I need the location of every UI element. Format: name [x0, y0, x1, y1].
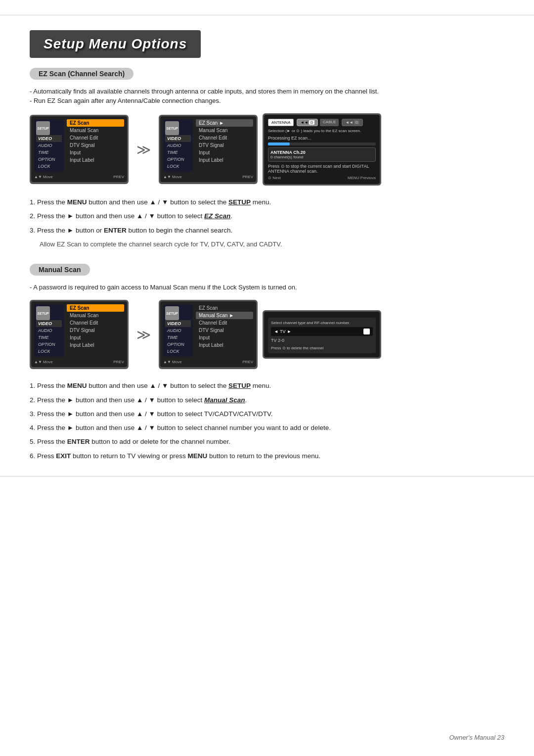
- manual-step-5: 5. Press the ENTER button to add or dele…: [30, 437, 504, 447]
- scan-progress-bar: [268, 142, 376, 145]
- ez-scan-screen-3: ANTENNA ◄◄⊙ CABLE ◄◄⊙ Selection (► or ⊙ …: [263, 113, 381, 186]
- sidebar-m1: SETUP VIDEO AUDIO TIME OPTION LOCK: [34, 304, 64, 357]
- ez-scan-screen-2: SETUP VIDEO AUDIO TIME OPTION LOCK EZ Sc…: [159, 115, 258, 184]
- manual-step-2: 2. Press the ► button and then use ▲ / ▼…: [30, 395, 504, 405]
- antenna-ch: ANTENNA Ch.20: [270, 150, 373, 155]
- channel-number: 2: [363, 329, 370, 334]
- tv2-label: TV 2-0: [271, 338, 373, 343]
- ez-scan-screen-1: SETUP VIDEO AUDIO TIME OPTION LOCK EZ Sc…: [30, 115, 129, 184]
- processing-text: Processing EZ scan...: [268, 136, 376, 141]
- page-bottom-divider: [0, 476, 534, 476]
- manual-scan-label: Manual Scan: [30, 264, 90, 276]
- ez-scan-label: EZ Scan (Channel Search): [30, 68, 134, 80]
- ez-scan-bullets: - Automatically finds all available chan…: [30, 88, 504, 104]
- tv-logo-2: SETUP: [165, 121, 179, 135]
- ez-step-2: 2. Press the ► button and then use ▲ / ▼…: [30, 211, 504, 221]
- manual-step-6: 6. Press EXIT button to return to TV vie…: [30, 451, 504, 461]
- arrow-1: ≫: [136, 142, 151, 158]
- tv-logo-m2: SETUP: [165, 306, 179, 320]
- scan-footer: ⊙ Next MENU Previous: [268, 176, 376, 180]
- menu-items-2: EZ Scan ► Manual Scan Channel Edit DTV S…: [196, 119, 253, 172]
- ez-sub-note: Allow EZ Scan to complete the channel se…: [40, 239, 504, 249]
- manual-scan-screen-2: SETUP VIDEO AUDIO TIME OPTION LOCK EZ Sc…: [159, 300, 258, 369]
- manual-scan-screen-1: SETUP VIDEO AUDIO TIME OPTION LOCK EZ Sc…: [30, 300, 129, 369]
- menu-items-m1: EZ Scan Manual Scan Channel Edit DTV Sig…: [67, 304, 124, 357]
- sidebar-m2: SETUP VIDEO AUDIO TIME OPTION LOCK: [163, 304, 193, 357]
- tv-logo-1: SETUP: [36, 121, 50, 135]
- page-footer: Owner's Manual 23: [449, 734, 504, 741]
- tv-footer-1: ▲▼ MovePREV: [34, 175, 124, 179]
- tv-logo-m1: SETUP: [36, 306, 50, 320]
- manual-step-4: 4. Press the ► button and then use ▲ / ▼…: [30, 423, 504, 433]
- scan-progress-fill: [268, 142, 290, 145]
- manual-scan-bullet-1: - A password is required to gain access …: [30, 284, 504, 291]
- menu-items-1: EZ Scan Manual Scan Channel Edit DTV Sig…: [67, 119, 124, 172]
- channels-found: 0 channel(s) found: [270, 155, 373, 159]
- ez-scan-bullet-2: - Run EZ Scan again after any Antenna/Ca…: [30, 97, 504, 104]
- tv-selector: ◄ TV ► 2: [271, 327, 373, 336]
- manual-step-1: 1. Press the MENU button and then use ▲ …: [30, 381, 504, 391]
- tv-label: TV: [280, 329, 286, 334]
- menu-items-m2: EZ Scan Manual Scan ► Channel Edit DTV S…: [196, 304, 253, 357]
- ez-step-3: 3. Press the ► button or ENTER button to…: [30, 226, 504, 236]
- delete-text: Press ⊙ to delete the channel: [271, 346, 373, 350]
- ez-scan-bullet-1: - Automatically finds all available chan…: [30, 88, 504, 95]
- selection-text: Selection (► or ⊙ ) leads you to the EZ …: [268, 128, 376, 134]
- stop-text: Press ⊙ to stop the current scan and sta…: [268, 164, 376, 174]
- arrow-2: ≫: [136, 327, 151, 343]
- tv-footer-m2: ▲▼ MovePREV: [163, 360, 253, 364]
- ez-scan-steps: 1. Press the MENU button and then use ▲ …: [30, 197, 504, 249]
- ez-scan-screens: SETUP VIDEO AUDIO TIME OPTION LOCK EZ Sc…: [30, 113, 504, 186]
- manual-scan-steps: 1. Press the MENU button and then use ▲ …: [30, 381, 504, 461]
- tv-footer-m1: ▲▼ MovePREV: [34, 360, 124, 364]
- antenna-info-box: ANTENNA Ch.20 0 channel(s) found: [268, 147, 376, 162]
- title-banner: Setup Menu Options: [30, 30, 201, 58]
- select-channel-text: Select channel type and RF-channel numbe…: [271, 321, 373, 325]
- manual-scan-bullets: - A password is required to gain access …: [30, 284, 504, 291]
- page-title: Setup Menu Options: [44, 36, 187, 52]
- manual-step-3: 3. Press the ► button and then use ▲ / ▼…: [30, 409, 504, 419]
- channel-select: Select channel type and RF-channel numbe…: [268, 318, 376, 353]
- manual-scan-screen-3: Select channel type and RF-channel numbe…: [263, 310, 381, 359]
- tv-footer-2: ▲▼ MovePREV: [163, 175, 253, 179]
- ez-step-1: 1. Press the MENU button and then use ▲ …: [30, 197, 504, 207]
- sidebar-2: SETUP VIDEO AUDIO TIME OPTION LOCK: [163, 119, 193, 172]
- sidebar-1: SETUP VIDEO AUDIO TIME OPTION LOCK: [34, 119, 64, 172]
- antenna-buttons: ANTENNA ◄◄⊙ CABLE ◄◄⊙: [268, 119, 376, 126]
- manual-scan-screens: SETUP VIDEO AUDIO TIME OPTION LOCK EZ Sc…: [30, 300, 504, 369]
